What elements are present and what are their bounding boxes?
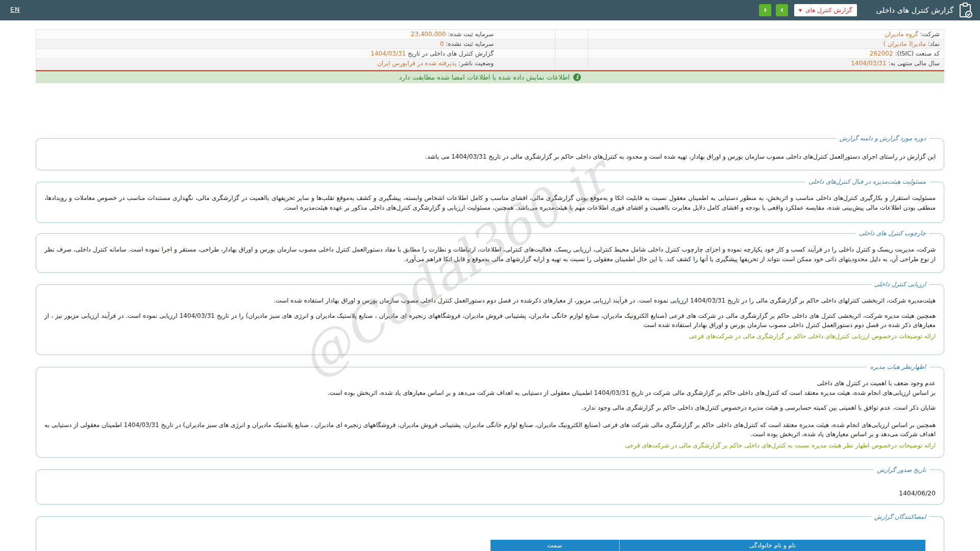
signers-column-name: نام و نام خانوادگی (619, 540, 925, 551)
report-date-label: گزارش کنترل های داخلی در تاریخ (408, 50, 494, 57)
clipboard-check-icon (959, 3, 973, 18)
report-type-dropdown[interactable]: گزارش کنترل های ▼ (794, 4, 857, 16)
signed-info-banner-text: اطلاعات نمایش داده شده با اطلاعات امضا ش… (399, 73, 570, 81)
section-report-signers-title: امضاکنندگان گزارش (871, 513, 929, 520)
section-report-signers: امضاکنندگان گزارش نام و نام خانوادگی سمت… (36, 513, 944, 551)
table-row: شرکت: گروه مادیران سرمایه ثبت شده: 23,40… (36, 30, 944, 39)
section-board-opinion: اظهارنظر هیات مدیره عدم وجود ضعف با اهمی… (36, 363, 944, 458)
control-framework-text: شرکت، مدیریت ریسک و کنترل داخلی را در فر… (44, 245, 936, 264)
section-report-period-title: دوره مورد گزارش و دامنه گزارش (836, 135, 929, 142)
section-control-evaluation: ارزیابی کنترل داخلی هیئت‌مدیره شرکت، اثر… (36, 281, 944, 355)
table-row: نماد: مادیرا( مادیران ) سرمایه ثبت نشده:… (36, 39, 944, 49)
isic-code-value-link[interactable]: 262002 (870, 50, 893, 57)
section-control-framework-title: چارچوب کنترل های داخلی (855, 230, 929, 237)
symbol-value-link[interactable]: مادیرا( مادیران ) (884, 40, 926, 47)
registered-capital-value: 23,400,000 (411, 31, 446, 38)
evaluation-paragraph-2: همچنین هیئت مدیره شرکت، اثربخشی کنترل ها… (44, 311, 936, 330)
fiscal-year-label: سال مالی منتهی به: (888, 60, 940, 67)
evaluation-paragraph-1: هیئت‌مدیره شرکت، اثربخشی کنترلهای داخلی … (44, 296, 936, 306)
opinion-headline: عدم وجود ضعف با اهمیت در کنترل های داخلی (44, 379, 936, 388)
signers-table: نام و نام خانوادگی سمت امیرمسعود امیری ر… (491, 540, 925, 551)
fiscal-year-value: 1404/03/31 (851, 60, 886, 67)
report-period-text: این گزارش در راستای اجرای دستورالعمل کنت… (44, 152, 936, 162)
section-report-period: دوره مورد گزارش و دامنه گزارش این گزارش … (36, 135, 944, 170)
page-title: گزارش کنترل های داخلی (876, 6, 953, 14)
section-control-evaluation-title: ارزیابی کنترل داخلی (871, 281, 929, 288)
section-board-responsibility: مسئولیت هیئت‌مدیره در قبال کنترل‌های داخ… (36, 178, 944, 223)
top-bar: گزارش کنترل های داخلی گزارش کنترل های ▼ … (0, 0, 980, 20)
section-control-framework: چارچوب کنترل های داخلی شرکت، مدیریت ریسک… (36, 230, 944, 273)
opinion-paragraph-2: بر اساس ارزیابی‌های انجام شده، هیئت مدیر… (44, 388, 936, 398)
report-type-dropdown-label: گزارش کنترل های (805, 7, 852, 14)
subsidiaries-opinion-details-link[interactable]: ارائه توضیحات درخصوص اظهار نظر هیئت مدیر… (44, 441, 936, 450)
info-icon: i (573, 73, 581, 81)
chevron-down-icon: ▼ (799, 8, 802, 13)
subsidiaries-evaluation-details-link[interactable]: ارائه توضیحات درخصوص ارزیابی کنترل‌های د… (44, 332, 936, 341)
unregistered-capital-label: سرمایه ثبت نشده: (446, 40, 494, 47)
next-report-button[interactable]: › (776, 4, 788, 16)
company-value-link[interactable]: گروه مادیران (885, 31, 918, 38)
board-responsibility-text: مسئولیت استقرار و بکارگیری کنترل‌های داخ… (44, 193, 936, 212)
section-board-opinion-title: اظهارنظر هیات مدیره (867, 363, 929, 370)
opinion-paragraph-3: شایان ذکر است، عدم توافق با اهمیتی بین ک… (44, 403, 936, 413)
table-row: کد صنعت (ISIC): 262002 گزارش کنترل های د… (36, 49, 944, 59)
previous-report-button[interactable]: ‹ (759, 4, 771, 16)
unregistered-capital-value: 0 (440, 40, 444, 47)
signed-info-banner: i اطلاعات نمایش داده شده با اطلاعات امضا… (36, 71, 944, 83)
signers-column-position: سمت (491, 540, 619, 551)
table-row: سال مالی منتهی به: 1404/03/31 وضعیت ناشر… (36, 59, 944, 68)
company-label: شرکت: (920, 31, 940, 38)
publisher-status-label: وضعیت ناشر: (458, 60, 494, 67)
section-issue-date: تاریخ صدور گزارش 1404/06/20 (36, 466, 944, 505)
top-bar-right-group: گزارش کنترل های داخلی گزارش کنترل های ▼ … (754, 3, 973, 18)
isic-code-label: کد صنعت (ISIC): (895, 50, 940, 57)
report-date-value: 1404/03/31 (371, 50, 406, 57)
section-board-responsibility-title: مسئولیت هیئت‌مدیره در قبال کنترل‌های داخ… (805, 178, 929, 185)
report-page: شرکت: گروه مادیران سرمایه ثبت شده: 23,40… (36, 29, 944, 551)
section-issue-date-title: تاریخ صدور گزارش (873, 466, 929, 473)
registered-capital-label: سرمایه ثبت شده: (448, 31, 494, 38)
publisher-status-value: پذیرفته شده در فرابورس ایران (377, 60, 457, 67)
company-info-table: شرکت: گروه مادیران سرمایه ثبت شده: 23,40… (36, 29, 944, 68)
signers-header-row: نام و نام خانوادگی سمت (491, 540, 925, 551)
issue-date-value: 1404/06/20 (899, 489, 936, 497)
language-toggle-en[interactable]: EN (10, 6, 20, 13)
symbol-label: نماد: (928, 40, 940, 47)
opinion-paragraph-4: همچنین بر اساس ارزیابی‌های انجام شده، هی… (44, 420, 936, 439)
